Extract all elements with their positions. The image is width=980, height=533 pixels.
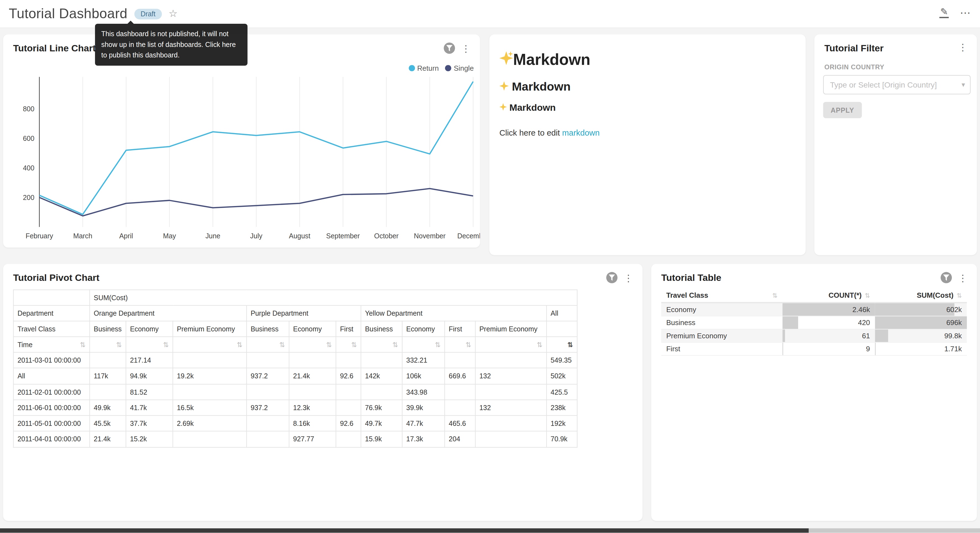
pivot-row-dim[interactable]: Time⇅ [14, 337, 90, 353]
pivot-row-label: 2011-05-01 00:00:00 [14, 416, 90, 431]
pivot-row-label: 2011-06-01 00:00:00 [14, 400, 90, 416]
pivot-table: SUM(Cost)DepartmentOrange DepartmentPurp… [13, 289, 578, 447]
sort-icon[interactable]: ⇅ [772, 292, 777, 298]
chart-filter-icon[interactable] [606, 272, 617, 283]
pivot-sort-cell[interactable]: ⇅ [336, 337, 361, 353]
legend-item-return[interactable]: Return [409, 64, 439, 72]
pivot-value-cell [173, 431, 247, 447]
pivot-card-title: Tutorial Pivot Chart [13, 272, 100, 282]
select-placeholder: Type or Select [Origin Country] [830, 80, 937, 89]
favorite-star-icon[interactable]: ☆ [169, 7, 178, 19]
pivot-corner [14, 290, 90, 305]
pivot-value-cell: 17.3k [402, 431, 445, 447]
chart-filter-icon[interactable] [444, 43, 455, 54]
pivot-sort-cell[interactable]: ⇅ [402, 337, 445, 353]
pivot-value-cell: 45.5k [90, 416, 126, 431]
apply-button[interactable]: APPLY [823, 102, 862, 118]
table-card-kebab-icon[interactable]: ⋮ [956, 273, 969, 282]
pivot-value-cell: 343.98 [402, 384, 445, 400]
origin-country-select[interactable]: Type or Select [Origin Country] ▾ [823, 75, 970, 94]
sort-icon[interactable]: ⇅ [163, 340, 169, 348]
pivot-col-header: Business [90, 321, 126, 337]
header-more-menu-icon[interactable]: ⋯ [960, 7, 972, 18]
table-row: Business420696k [661, 316, 967, 329]
results-table-body: Economy2.46k602kBusiness420696kPremium E… [661, 303, 967, 356]
svg-text:October: October [374, 232, 399, 240]
sort-icon[interactable]: ⇅ [537, 340, 542, 348]
pivot-value-cell [336, 353, 361, 368]
sort-icon[interactable]: ⇅ [326, 340, 332, 348]
col-header-count[interactable]: COUNT(*)⇅ [783, 288, 875, 303]
col-header-travel-class[interactable]: Travel Class⇅ [661, 288, 782, 303]
sort-icon[interactable]: ⇅ [237, 340, 243, 348]
pivot-value-cell: 106k [402, 368, 445, 384]
pivot-sort-cell[interactable]: ⇅ [361, 337, 402, 353]
line-chart-kebab-icon[interactable]: ⋮ [459, 43, 473, 53]
edit-dashboard-icon[interactable]: ✎ [940, 7, 949, 18]
sort-icon[interactable]: ⇅ [116, 340, 122, 348]
pivot-value-cell [247, 353, 289, 368]
edit-markdown-link[interactable]: markdown [562, 128, 600, 137]
draft-badge[interactable]: Draft [134, 8, 162, 19]
pivot-value-cell: 21.4k [90, 431, 126, 447]
sort-icon[interactable]: ⇅ [465, 340, 471, 348]
sort-icon[interactable]: ⇅ [435, 340, 441, 348]
chart-filter-icon[interactable] [940, 272, 952, 283]
sort-icon[interactable]: ⇅ [279, 340, 285, 348]
markdown-h3: Markdown [500, 102, 795, 112]
filter-card-kebab-icon[interactable]: ⋮ [956, 43, 969, 52]
sum-cell: 1.71k [875, 342, 967, 356]
col-header-sum-cost[interactable]: SUM(Cost)⇅ [875, 288, 967, 303]
svg-text:400: 400 [23, 164, 35, 172]
sort-icon[interactable]: ⇅ [351, 340, 357, 348]
sort-icon[interactable]: ⇅ [865, 292, 870, 299]
pivot-value-cell: 41.7k [126, 400, 173, 416]
sort-icon[interactable]: ⇅ [567, 340, 573, 348]
markdown-paragraph: Click here to edit markdown [500, 128, 795, 137]
pivot-sort-cell[interactable]: ⇅ [547, 337, 577, 353]
pivot-col-header: Business [361, 321, 402, 337]
pivot-sort-cell[interactable]: ⇅ [247, 337, 289, 353]
pivot-group-header: Orange Department [90, 305, 247, 321]
pivot-row: All117k94.9k19.2k937.221.4k92.6142k106k6… [14, 368, 577, 384]
table-row: Premium Economy6199.8k [661, 329, 967, 342]
sort-icon[interactable]: ⇅ [956, 292, 962, 299]
pivot-sort-cell[interactable]: ⇅ [476, 337, 547, 353]
pivot-card-kebab-icon[interactable]: ⋮ [622, 273, 635, 282]
pivot-value-cell: 142k [361, 368, 402, 384]
pivot-sort-cell[interactable]: ⇅ [173, 337, 247, 353]
pivot-row: 2011-03-01 00:00:00217.14332.21549.35 [14, 353, 577, 368]
pivot-row-label: 2011-02-01 00:00:00 [14, 384, 90, 400]
pivot-value-cell: 8.16k [289, 416, 336, 431]
pivot-value-cell [336, 431, 361, 447]
sum-cell: 99.8k [875, 329, 967, 342]
origin-country-label: ORIGIN COUNTRY [824, 63, 967, 71]
travel-class-cell: Economy [661, 303, 782, 316]
pivot-sort-cell[interactable]: ⇅ [289, 337, 336, 353]
pivot-value-cell: 19.2k [173, 368, 247, 384]
pivot-value-cell: 21.4k [289, 368, 336, 384]
pivot-value-cell: 49.7k [361, 416, 402, 431]
travel-class-cell: First [661, 342, 782, 356]
pivot-sort-cell[interactable]: ⇅ [90, 337, 126, 353]
svg-text:800: 800 [23, 105, 35, 113]
sort-icon[interactable]: ⇅ [392, 340, 398, 348]
chevron-down-icon: ▾ [961, 81, 965, 89]
pivot-value-cell: 92.6 [336, 416, 361, 431]
sort-icon[interactable]: ⇅ [80, 340, 86, 348]
count-cell: 61 [783, 329, 875, 342]
pivot-metric-header: SUM(Cost) [90, 290, 577, 305]
svg-text:August: August [289, 232, 310, 240]
pivot-value-cell: 204 [445, 431, 476, 447]
pivot-sort-cell[interactable]: ⇅ [445, 337, 476, 353]
pivot-dim-label: Travel Class [14, 321, 90, 337]
travel-class-cell: Premium Economy [661, 329, 782, 342]
pivot-dim-label: Department [14, 305, 90, 321]
legend-item-single[interactable]: Single [445, 64, 474, 72]
pivot-chart-card: Tutorial Pivot Chart ⋮ SUM(Cost)Departme… [3, 264, 643, 521]
pivot-value-cell [173, 353, 247, 368]
pivot-group-header: Yellow Department [361, 305, 546, 321]
pivot-row: 2011-06-01 00:00:0049.9k41.7k16.5k937.21… [14, 400, 577, 416]
pivot-sort-cell[interactable]: ⇅ [126, 337, 173, 353]
page-title: Tutorial Dashboard [9, 6, 127, 22]
